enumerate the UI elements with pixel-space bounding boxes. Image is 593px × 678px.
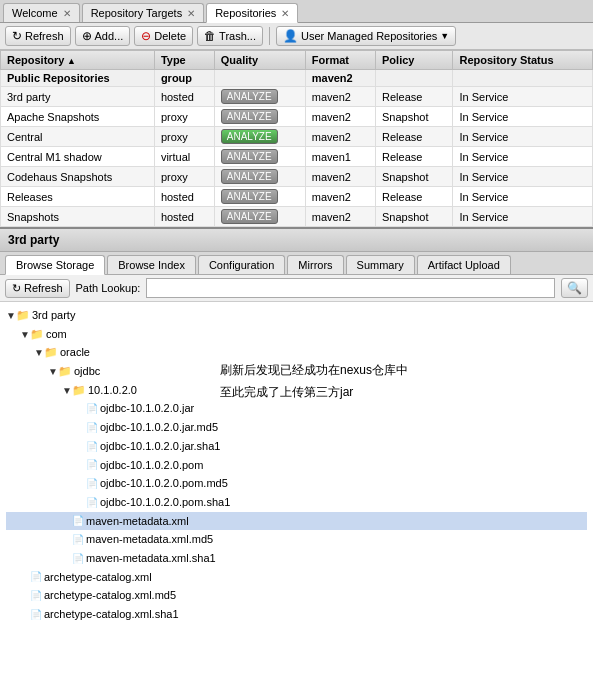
analyze-button[interactable]: ANALYZE xyxy=(221,169,278,184)
cell-policy: Release xyxy=(376,127,453,147)
list-item[interactable]: 📄ojdbc-10.1.0.2.0.jar.md5 xyxy=(6,418,587,437)
user-managed-button[interactable]: 👤 User Managed Repositories ▼ xyxy=(276,26,456,46)
refresh-button[interactable]: ↻ Refresh xyxy=(5,26,71,46)
folder-icon: 📁 xyxy=(44,343,58,362)
sub-tab-mirrors[interactable]: Mirrors xyxy=(287,255,343,274)
delete-button[interactable]: ⊖ Delete xyxy=(134,26,193,46)
table-row[interactable]: Central M1 shadow virtual ANALYZE maven1… xyxy=(1,147,593,167)
refresh-icon: ↻ xyxy=(12,29,22,43)
col-policy[interactable]: Policy xyxy=(376,51,453,70)
analyze-button[interactable]: ANALYZE xyxy=(221,89,278,104)
path-search-button[interactable]: 🔍 xyxy=(561,278,588,298)
analyze-button[interactable]: ANALYZE xyxy=(221,189,278,204)
table-header-row: Repository Type Quality Format Policy Re… xyxy=(1,51,593,70)
sub-tab-summary[interactable]: Summary xyxy=(346,255,415,274)
cell-quality: ANALYZE xyxy=(214,207,305,227)
table-row[interactable]: Snapshots hosted ANALYZE maven2 Snapshot… xyxy=(1,207,593,227)
tree-item-label: ojdbc-10.1.0.2.0.jar.md5 xyxy=(100,418,218,437)
col-status[interactable]: Repository Status xyxy=(453,51,593,70)
list-item[interactable]: 📄ojdbc-10.1.0.2.0.jar.sha1 xyxy=(6,437,587,456)
cell-format: maven2 xyxy=(305,187,375,207)
file-icon: 📄 xyxy=(30,606,42,623)
cell-name: Snapshots xyxy=(1,207,155,227)
tree-item-label: maven-metadata.xml.sha1 xyxy=(86,549,216,568)
tab-welcome-close[interactable]: ✕ xyxy=(63,8,71,19)
cell-format: maven2 xyxy=(305,70,375,87)
expander[interactable]: ▼ xyxy=(6,307,16,324)
list-item[interactable]: 📄ojdbc-10.1.0.2.0.pom.sha1 xyxy=(6,493,587,512)
trash-button[interactable]: 🗑 Trash... xyxy=(197,26,263,46)
table-row[interactable]: Public Repositories group maven2 xyxy=(1,70,593,87)
list-item[interactable]: ▼📁3rd party xyxy=(6,306,587,325)
sub-tab-browse-index[interactable]: Browse Index xyxy=(107,255,196,274)
sub-tab-summary-label: Summary xyxy=(357,259,404,271)
refresh-label: Refresh xyxy=(25,30,64,42)
tree-item-label: archetype-catalog.xml.sha1 xyxy=(44,605,179,624)
cell-format: maven2 xyxy=(305,207,375,227)
table-row[interactable]: Releases hosted ANALYZE maven2 Release I… xyxy=(1,187,593,207)
folder-icon: 📁 xyxy=(58,362,72,381)
analyze-button[interactable]: ANALYZE xyxy=(221,149,278,164)
tab-welcome[interactable]: Welcome ✕ xyxy=(3,3,80,22)
expander[interactable]: ▼ xyxy=(48,363,58,380)
cell-status: In Service xyxy=(453,87,593,107)
cell-name: Apache Snapshots xyxy=(1,107,155,127)
analyze-button[interactable]: ANALYZE xyxy=(221,209,278,224)
tab-repositories-close[interactable]: ✕ xyxy=(281,8,289,19)
cell-name: Central M1 shadow xyxy=(1,147,155,167)
expander[interactable]: ▼ xyxy=(34,344,44,361)
table-row[interactable]: Codehaus Snapshots proxy ANALYZE maven2 … xyxy=(1,167,593,187)
list-item[interactable]: 📄maven-metadata.xml.sha1 xyxy=(6,549,587,568)
analyze-button[interactable]: ANALYZE xyxy=(221,129,278,144)
list-item[interactable]: 📄ojdbc-10.1.0.2.0.jar xyxy=(6,399,587,418)
cell-type: hosted xyxy=(154,207,214,227)
cell-policy: Release xyxy=(376,187,453,207)
table-row[interactable]: 3rd party hosted ANALYZE maven2 Release … xyxy=(1,87,593,107)
sub-tab-configuration[interactable]: Configuration xyxy=(198,255,285,274)
tree-item-label: 3rd party xyxy=(32,306,75,325)
repo-table-container: Repository Type Quality Format Policy Re… xyxy=(0,50,593,227)
dropdown-icon: ▼ xyxy=(440,31,449,41)
list-item[interactable]: 📄maven-metadata.xml xyxy=(6,512,587,531)
list-item[interactable]: 📄archetype-catalog.xml xyxy=(6,568,587,587)
table-row[interactable]: Central proxy ANALYZE maven2 Release In … xyxy=(1,127,593,147)
col-type[interactable]: Type xyxy=(154,51,214,70)
cell-quality: ANALYZE xyxy=(214,167,305,187)
col-quality[interactable]: Quality xyxy=(214,51,305,70)
list-item[interactable]: ▼📁oracle xyxy=(6,343,587,362)
tree-item-label: oracle xyxy=(60,343,90,362)
list-item[interactable]: 📄maven-metadata.xml.md5 xyxy=(6,530,587,549)
tab-repository-targets-close[interactable]: ✕ xyxy=(187,8,195,19)
sub-tab-browse-storage[interactable]: Browse Storage xyxy=(5,255,105,275)
cell-name: 3rd party xyxy=(1,87,155,107)
sub-tab-artifact-upload[interactable]: Artifact Upload xyxy=(417,255,511,274)
analyze-button[interactable]: ANALYZE xyxy=(221,109,278,124)
sub-tab-browse-index-label: Browse Index xyxy=(118,259,185,271)
cell-status: In Service xyxy=(453,207,593,227)
table-row[interactable]: Apache Snapshots proxy ANALYZE maven2 Sn… xyxy=(1,107,593,127)
list-item[interactable]: 📄archetype-catalog.xml.md5 xyxy=(6,586,587,605)
search-icon: 🔍 xyxy=(567,281,582,295)
list-item[interactable]: ▼📁com xyxy=(6,325,587,344)
expander[interactable]: ▼ xyxy=(62,382,72,399)
tab-repository-targets[interactable]: Repository Targets ✕ xyxy=(82,3,205,22)
list-item[interactable]: 📄ojdbc-10.1.0.2.0.pom xyxy=(6,456,587,475)
add-label: Add... xyxy=(95,30,124,42)
cell-status: In Service xyxy=(453,187,593,207)
tree-item-label: ojdbc xyxy=(74,362,100,381)
path-lookup-input[interactable] xyxy=(146,278,555,298)
sub-tab-artifact-upload-label: Artifact Upload xyxy=(428,259,500,271)
add-icon: ⊕ xyxy=(82,29,92,43)
cell-type: proxy xyxy=(154,127,214,147)
col-format[interactable]: Format xyxy=(305,51,375,70)
file-icon: 📄 xyxy=(72,550,84,567)
tab-repositories[interactable]: Repositories ✕ xyxy=(206,3,298,23)
browse-refresh-button[interactable]: ↻ Refresh xyxy=(5,279,70,298)
col-repository[interactable]: Repository xyxy=(1,51,155,70)
expander[interactable]: ▼ xyxy=(20,326,30,343)
cell-type: hosted xyxy=(154,87,214,107)
sub-tab-browse-storage-label: Browse Storage xyxy=(16,259,94,271)
add-button[interactable]: ⊕ Add... xyxy=(75,26,131,46)
list-item[interactable]: 📄archetype-catalog.xml.sha1 xyxy=(6,605,587,624)
list-item[interactable]: 📄ojdbc-10.1.0.2.0.pom.md5 xyxy=(6,474,587,493)
